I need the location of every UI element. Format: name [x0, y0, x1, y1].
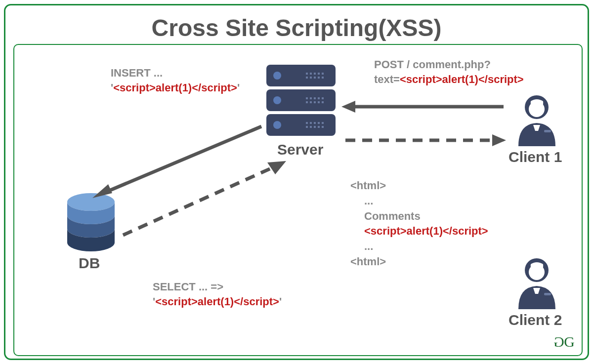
arrow-db-to-server	[113, 154, 291, 243]
svg-rect-13	[314, 77, 316, 79]
select-text: SELECT ... =>	[153, 281, 223, 293]
client2-person-icon	[513, 257, 560, 309]
html-close: <html>	[350, 254, 488, 270]
arrow-server-to-client1	[340, 133, 508, 148]
client1-label: Client 1	[508, 149, 562, 165]
svg-marker-44	[92, 184, 112, 198]
diagram-inner-frame: Server DB Client 1 Client 2	[13, 44, 583, 356]
diagram-title: Cross Site Scripting(XSS)	[5, 14, 588, 41]
svg-rect-27	[310, 122, 312, 124]
insert-annotation: INSERT ... '<script>alert(1)</script>'	[111, 66, 240, 95]
post-payload: <script>alert(1)</script>	[400, 73, 524, 85]
svg-rect-7	[310, 73, 312, 75]
svg-rect-22	[310, 101, 312, 103]
diagram-outer-frame: Cross Site Scripting(XSS)	[4, 4, 589, 360]
server-icon	[266, 65, 336, 139]
svg-rect-16	[306, 97, 308, 99]
svg-rect-20	[322, 97, 324, 99]
svg-rect-17	[310, 97, 312, 99]
svg-rect-21	[306, 101, 308, 103]
svg-rect-9	[318, 73, 320, 75]
svg-point-5	[273, 121, 281, 129]
select-payload: <script>alert(1)</script>	[155, 295, 279, 308]
svg-line-45	[123, 166, 276, 235]
svg-rect-8	[314, 73, 316, 75]
svg-marker-48	[341, 101, 355, 113]
svg-point-38	[529, 101, 545, 117]
html-open: <html>	[350, 178, 488, 194]
insert-payload: <script>alert(1)</script>	[113, 81, 237, 94]
svg-rect-42	[544, 293, 551, 295]
svg-rect-31	[306, 126, 308, 128]
svg-rect-15	[322, 77, 324, 79]
svg-marker-46	[267, 161, 286, 174]
svg-rect-33	[314, 126, 316, 128]
insert-text: INSERT ...	[111, 67, 163, 79]
arrow-client1-to-server	[340, 99, 508, 114]
select-annotation: SELECT ... => '<script>alert(1)</script>…	[153, 280, 282, 309]
svg-rect-14	[318, 77, 320, 79]
svg-point-41	[529, 264, 545, 280]
svg-rect-25	[322, 101, 324, 103]
svg-rect-26	[306, 122, 308, 124]
client1-person-icon	[513, 94, 560, 146]
post-line2-prefix: text=	[374, 73, 400, 85]
watermark-logo: GG	[555, 333, 573, 350]
svg-rect-18	[314, 97, 316, 99]
html-response-block: <html> ... Comments <script>alert(1)</sc…	[350, 178, 488, 270]
client2-label: Client 2	[508, 312, 562, 328]
html-dots2: ...	[350, 239, 488, 254]
svg-rect-39	[544, 130, 551, 132]
svg-rect-29	[318, 122, 320, 124]
post-line1: POST / comment.php?	[374, 58, 491, 71]
svg-marker-50	[492, 134, 506, 146]
db-label: DB	[79, 255, 100, 272]
svg-rect-32	[310, 126, 312, 128]
html-comments: Comments	[350, 209, 488, 224]
svg-rect-10	[322, 73, 324, 75]
svg-rect-23	[314, 101, 316, 103]
svg-rect-34	[318, 126, 320, 128]
svg-rect-6	[306, 73, 308, 75]
svg-rect-12	[310, 77, 312, 79]
svg-point-4	[273, 96, 281, 104]
html-payload: <script>alert(1)</script>	[350, 224, 488, 239]
html-dots1: ...	[350, 194, 488, 209]
select-quote-close: '	[279, 295, 282, 308]
svg-rect-11	[306, 77, 308, 79]
svg-rect-19	[318, 97, 320, 99]
svg-point-3	[273, 72, 281, 80]
svg-rect-28	[314, 122, 316, 124]
svg-rect-24	[318, 101, 320, 103]
svg-rect-35	[322, 126, 324, 128]
insert-quote-close: '	[237, 81, 240, 94]
post-annotation: POST / comment.php? text=<script>alert(1…	[374, 57, 524, 86]
svg-rect-30	[322, 122, 324, 124]
